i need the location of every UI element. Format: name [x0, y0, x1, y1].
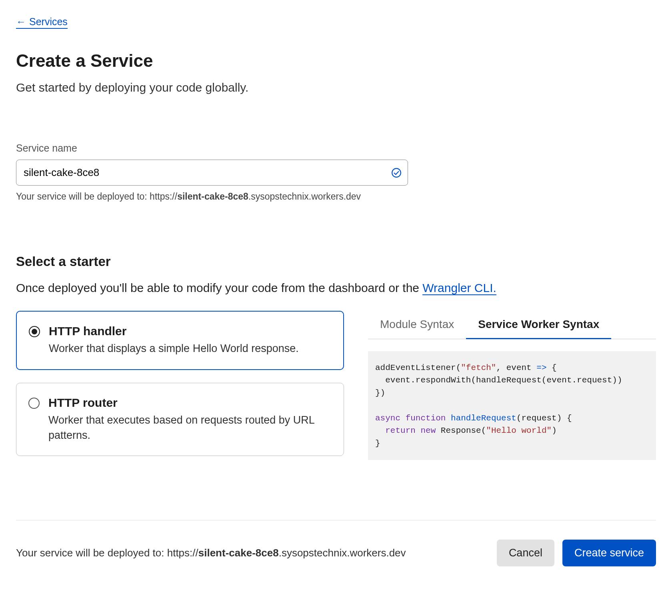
back-link[interactable]: ← Services	[16, 16, 68, 29]
wrangler-cli-link[interactable]: Wrangler CLI.	[422, 281, 496, 295]
starter-option-http-handler[interactable]: HTTP handler Worker that displays a simp…	[16, 311, 344, 370]
code-preview: addEventListener("fetch", event => { eve…	[368, 351, 656, 460]
footer-deploy-text: Your service will be deployed to: https:…	[16, 547, 406, 559]
starter-section-title: Select a starter	[16, 254, 656, 269]
radio-icon	[28, 398, 40, 409]
service-name-input[interactable]	[16, 160, 408, 186]
starter-option-desc: Worker that displays a simple Hello Worl…	[49, 341, 299, 356]
tab-module-syntax[interactable]: Module Syntax	[368, 311, 466, 339]
service-name-helper: Your service will be deployed to: https:…	[16, 191, 656, 202]
starter-option-http-router[interactable]: HTTP router Worker that executes based o…	[16, 383, 344, 456]
tab-service-worker-syntax[interactable]: Service Worker Syntax	[466, 311, 611, 339]
create-service-button[interactable]: Create service	[562, 540, 656, 566]
starter-option-title: HTTP handler	[49, 324, 299, 338]
starter-option-title: HTTP router	[48, 396, 332, 410]
code-tabs: Module Syntax Service Worker Syntax	[368, 311, 656, 339]
starter-option-desc: Worker that executes based on requests r…	[48, 413, 332, 443]
svg-point-0	[392, 168, 401, 177]
back-link-label: Services	[29, 16, 68, 28]
page-subtitle: Get started by deploying your code globa…	[16, 81, 656, 94]
radio-icon	[29, 326, 40, 337]
service-name-label: Service name	[16, 142, 656, 154]
valid-check-icon	[391, 168, 402, 178]
arrow-left-icon: ←	[16, 17, 26, 27]
cancel-button[interactable]: Cancel	[497, 540, 554, 566]
page-title: Create a Service	[16, 51, 656, 71]
starter-section-desc: Once deployed you'll be able to modify y…	[16, 281, 656, 295]
